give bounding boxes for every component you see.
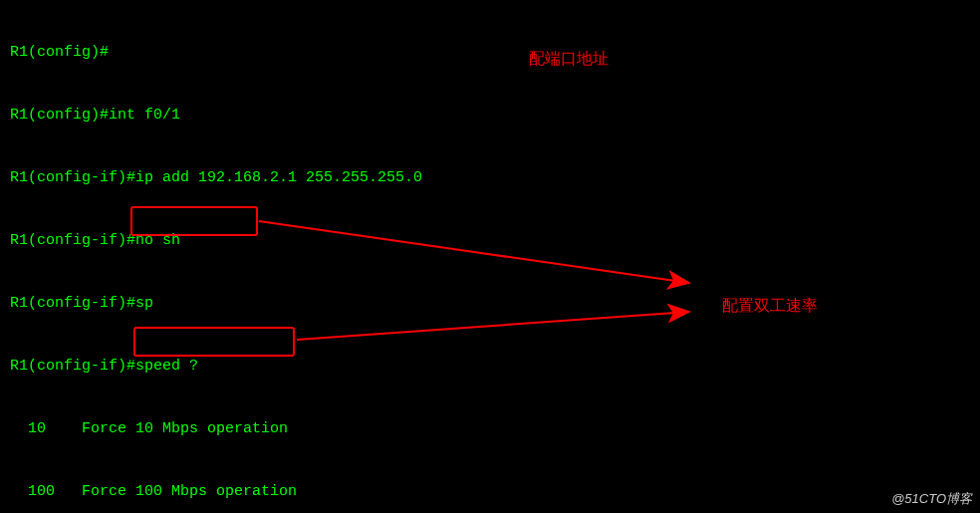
terminal-line: R1(config-if)#sp: [10, 293, 980, 314]
terminal-line: 10 Force 10 Mbps operation: [10, 418, 980, 439]
terminal-line: 100 Force 100 Mbps operation: [10, 481, 980, 502]
terminal-line: R1(config)#int f0/1: [10, 105, 980, 126]
terminal-line: R1(config-if)#ip add 192.168.2.1 255.255…: [10, 167, 980, 188]
terminal-line: R1(config)#: [10, 42, 980, 63]
terminal-line: R1(config-if)#speed ?: [10, 356, 980, 377]
terminal-output[interactable]: R1(config)# R1(config)#int f0/1 R1(confi…: [10, 0, 980, 513]
watermark: @51CTO博客: [891, 488, 972, 509]
terminal-line: R1(config-if)#no sh: [10, 230, 980, 251]
